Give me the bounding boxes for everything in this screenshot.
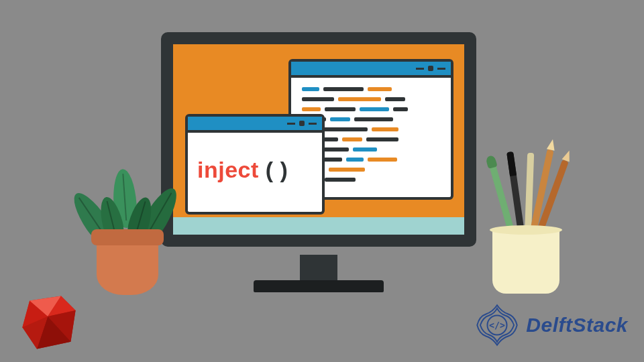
- code-window-titlebar: [291, 62, 451, 78]
- method-window-titlebar: [188, 117, 322, 133]
- window-control-close-icon: [437, 68, 445, 70]
- window-control-close-icon: [309, 123, 317, 125]
- delftstack-wordmark: DelftStack: [526, 314, 628, 337]
- plant-pot: [97, 240, 158, 295]
- method-name: inject: [197, 157, 259, 182]
- plant-illustration: [85, 164, 172, 295]
- svg-text:</>: </>: [489, 320, 505, 330]
- ruby-logo-icon: [19, 292, 79, 353]
- monitor-stand-base: [254, 280, 384, 292]
- method-label: inject ( ): [197, 157, 288, 183]
- monitor-stand-neck: [300, 255, 337, 282]
- window-control-min-icon: [287, 123, 295, 125]
- delftstack-emblem-icon: </>: [475, 303, 519, 347]
- pen-cup: [492, 229, 559, 294]
- pen-cup-illustration: [487, 180, 568, 294]
- window-control-min-icon: [416, 68, 424, 70]
- delftstack-logo: </> DelftStack: [475, 303, 628, 347]
- method-window: inject ( ): [185, 114, 325, 215]
- method-paren: ( ): [266, 157, 288, 182]
- window-control-max-icon: [299, 121, 305, 126]
- window-control-max-icon: [428, 66, 433, 71]
